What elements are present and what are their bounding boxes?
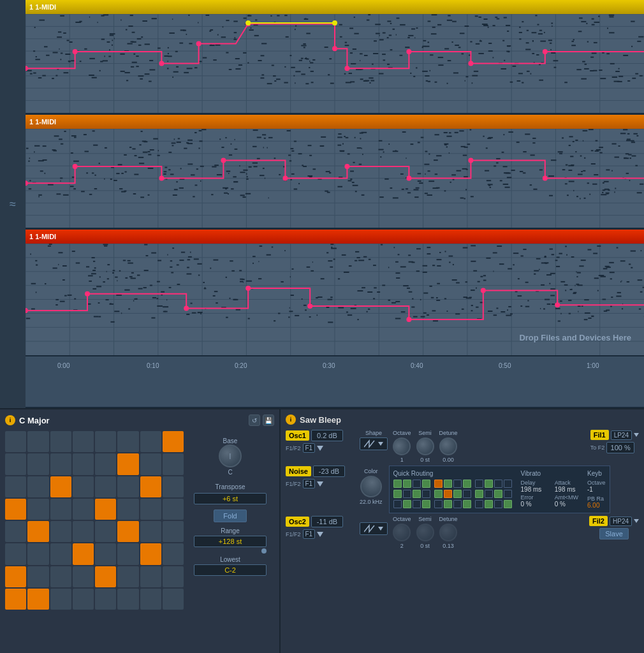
qr-cell[interactable] — [403, 490, 411, 498]
qr-cell[interactable] — [434, 490, 443, 498]
refresh-btn[interactable]: ↺ — [249, 415, 260, 426]
scale-cell-1[interactable] — [27, 431, 48, 452]
qr-cell[interactable] — [463, 500, 471, 508]
qr-cell[interactable] — [422, 500, 430, 508]
scale-cell-16[interactable] — [5, 476, 26, 497]
scale-cell-63[interactable] — [163, 589, 184, 610]
scale-cell-3[interactable] — [73, 431, 94, 452]
scale-cell-17[interactable] — [27, 476, 48, 497]
qr-cell[interactable] — [444, 500, 452, 508]
scale-cell-33[interactable] — [27, 521, 48, 542]
fil2-arrow[interactable] — [634, 519, 639, 523]
scale-cell-11[interactable] — [73, 453, 94, 474]
scale-cell-51[interactable] — [73, 566, 94, 587]
transpose-value[interactable]: +6 st — [194, 493, 267, 504]
scale-cell-32[interactable] — [5, 521, 26, 542]
scale-cell-38[interactable] — [140, 521, 161, 542]
lowest-value[interactable]: C-2 — [194, 564, 267, 576]
qr-cell[interactable] — [453, 480, 462, 488]
qr-cell[interactable] — [504, 480, 512, 488]
scale-cell-22[interactable] — [140, 476, 161, 497]
noise-color-knob[interactable] — [356, 472, 386, 501]
osc1-semi-knob[interactable] — [416, 437, 434, 455]
scale-cell-52[interactable] — [95, 566, 116, 587]
scale-cell-54[interactable] — [140, 566, 161, 587]
osc2-detune-knob[interactable] — [439, 524, 457, 541]
scale-cell-6[interactable] — [140, 431, 161, 452]
scale-cell-43[interactable] — [73, 543, 94, 564]
scale-cell-18[interactable] — [50, 476, 71, 497]
qr-cell[interactable] — [453, 500, 462, 508]
qr-cell[interactable] — [494, 480, 502, 488]
track2-content[interactable] — [26, 129, 644, 228]
osc2-routing-arrow[interactable] — [317, 532, 323, 537]
qr-cell[interactable] — [434, 480, 443, 488]
track2-header[interactable]: 1 1-MIDI — [26, 115, 644, 129]
scale-cell-19[interactable] — [73, 476, 94, 497]
scale-cell-42[interactable] — [50, 543, 71, 564]
scale-cell-26[interactable] — [50, 499, 71, 520]
scale-cell-0[interactable] — [5, 431, 26, 452]
osc2-routing-value[interactable]: F1 — [303, 529, 316, 539]
scale-cell-12[interactable] — [95, 453, 116, 474]
qr-cell[interactable] — [475, 480, 483, 488]
scale-cell-55[interactable] — [163, 566, 184, 587]
scale-cell-23[interactable] — [163, 476, 184, 497]
track3-header[interactable]: 1 1-MIDI — [26, 230, 644, 244]
track1-content[interactable] — [26, 14, 644, 113]
fil1-tof2-value[interactable]: 100 % — [606, 442, 634, 453]
scale-cell-35[interactable] — [73, 521, 94, 542]
scale-cell-47[interactable] — [163, 543, 184, 564]
qr-cell[interactable] — [444, 490, 452, 498]
scale-cell-46[interactable] — [140, 543, 161, 564]
qr-cell[interactable] — [463, 480, 471, 488]
qr-cell[interactable] — [413, 500, 421, 508]
scale-cell-48[interactable] — [5, 566, 26, 587]
qr-cell[interactable] — [393, 480, 402, 488]
noise-routing-arrow[interactable] — [317, 481, 323, 487]
qr-cell[interactable] — [475, 490, 483, 498]
scale-cell-40[interactable] — [5, 543, 26, 564]
qr-cell[interactable] — [393, 500, 402, 508]
osc2-octave-knob[interactable] — [393, 524, 411, 541]
track3-content[interactable]: Drop Files and Devices Here — [26, 244, 644, 355]
scale-cell-27[interactable] — [73, 499, 94, 520]
scale-cell-56[interactable] — [5, 589, 26, 610]
fil2-type[interactable]: HP24 — [610, 517, 632, 526]
scale-cell-37[interactable] — [117, 521, 138, 542]
scale-cell-20[interactable] — [95, 476, 116, 497]
qr-cell[interactable] — [504, 490, 512, 498]
scale-cell-29[interactable] — [117, 499, 138, 520]
scale-cell-24[interactable] — [5, 499, 26, 520]
qr-cell[interactable] — [475, 500, 483, 508]
scale-cell-62[interactable] — [140, 589, 161, 610]
range-value[interactable]: +128 st — [194, 536, 267, 547]
osc2-db[interactable]: -11 dB — [311, 516, 343, 527]
fil1-arrow[interactable] — [634, 433, 639, 437]
qr-cell[interactable] — [413, 480, 421, 488]
scale-cell-5[interactable] — [117, 431, 138, 452]
osc1-detune-knob[interactable] — [439, 437, 457, 455]
scale-cell-36[interactable] — [95, 521, 116, 542]
qr-cell[interactable] — [453, 490, 462, 498]
scale-cell-59[interactable] — [73, 589, 94, 610]
scale-cell-57[interactable] — [27, 589, 48, 610]
osc2-shape-selector[interactable] — [360, 522, 388, 535]
scale-cell-28[interactable] — [95, 499, 116, 520]
osc1-db[interactable]: 0.2 dB — [311, 430, 343, 441]
scale-cell-13[interactable] — [117, 453, 138, 474]
scale-cell-50[interactable] — [50, 566, 71, 587]
osc2-semi-knob[interactable] — [416, 524, 434, 541]
scale-cell-41[interactable] — [27, 543, 48, 564]
scale-cell-34[interactable] — [50, 521, 71, 542]
scale-cell-14[interactable] — [140, 453, 161, 474]
scale-cell-49[interactable] — [27, 566, 48, 587]
scale-cell-4[interactable] — [95, 431, 116, 452]
scale-cell-39[interactable] — [163, 521, 184, 542]
qr-cell[interactable] — [463, 490, 471, 498]
osc1-octave-knob[interactable] — [390, 434, 414, 459]
scale-cell-44[interactable] — [95, 543, 116, 564]
qr-cell[interactable] — [494, 490, 502, 498]
scale-cell-60[interactable] — [95, 589, 116, 610]
scale-cell-53[interactable] — [117, 566, 138, 587]
